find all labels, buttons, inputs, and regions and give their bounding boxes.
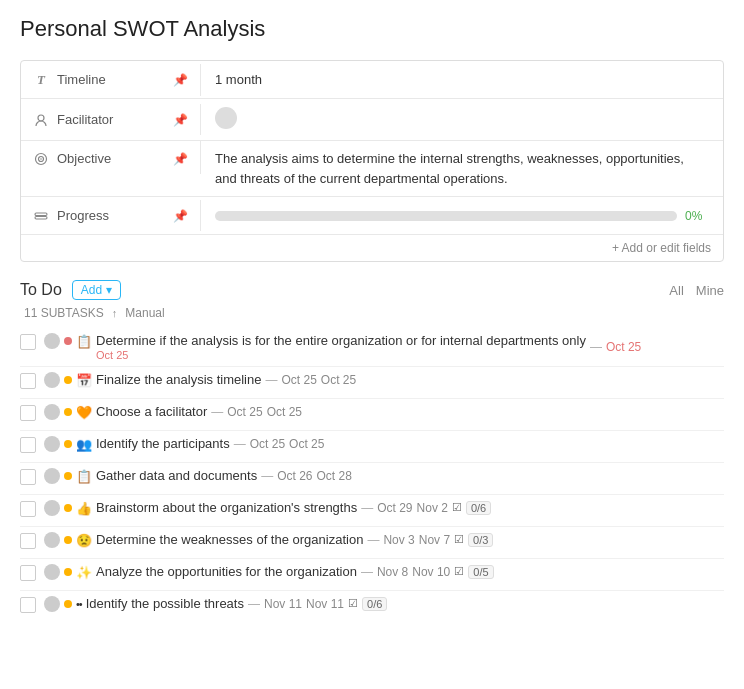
task-name[interactable]: Choose a facilitator — [96, 404, 207, 419]
task-emoji: ✨ — [76, 565, 92, 580]
task-date-end: Oct 25 — [321, 373, 356, 387]
task-icons: 👥 — [44, 436, 92, 452]
task-date-end: Nov 2 — [417, 501, 448, 515]
add-label: Add — [81, 283, 102, 297]
field-value-timeline[interactable]: 1 month — [201, 64, 723, 95]
task-checkbox[interactable] — [20, 501, 36, 517]
add-button[interactable]: Add ▾ — [72, 280, 121, 300]
task-row: 🧡 Choose a facilitator — Oct 25 Oct 25 — [20, 399, 724, 431]
task-avatar — [44, 333, 60, 349]
task-avatar — [44, 564, 60, 580]
subtask-badge: 0/3 — [468, 533, 493, 547]
task-date-below: Oct 25 — [96, 349, 586, 361]
task-avatar — [44, 372, 60, 388]
priority-dot — [64, 376, 72, 384]
task-emoji: 😟 — [76, 533, 92, 548]
add-edit-fields-button[interactable]: + Add or edit fields — [21, 235, 723, 261]
task-content: Identify the possible threats — Nov 11 N… — [86, 596, 724, 611]
task-emoji: 👥 — [76, 437, 92, 452]
task-date-end: Nov 11 — [306, 597, 344, 611]
task-checkbox[interactable] — [20, 373, 36, 389]
field-value-objective[interactable]: The analysis aims to determine the inter… — [201, 141, 723, 196]
filter-all[interactable]: All — [669, 283, 683, 298]
priority-dot — [64, 337, 72, 345]
subtask-badge-icon: ☑ — [452, 501, 462, 514]
svg-point-0 — [38, 115, 44, 121]
pin-icon-objective[interactable]: 📌 — [173, 152, 188, 166]
task-avatar — [44, 404, 60, 420]
pin-icon-timeline[interactable]: 📌 — [173, 73, 188, 87]
task-date-start: Oct 25 — [606, 340, 641, 354]
subtask-badge: 0/6 — [362, 597, 387, 611]
priority-dot — [64, 440, 72, 448]
priority-dot — [64, 568, 72, 576]
task-content: Gather data and documents — Oct 26 Oct 2… — [96, 468, 724, 483]
priority-dot — [64, 600, 72, 608]
task-name[interactable]: Finalize the analysis timeline — [96, 372, 261, 387]
field-value-progress[interactable]: 0% — [201, 201, 723, 231]
task-name[interactable]: Gather data and documents — [96, 468, 257, 483]
filter-mine[interactable]: Mine — [696, 283, 724, 298]
task-date-start: Oct 25 — [250, 437, 285, 451]
field-label-timeline: Timeline — [57, 72, 106, 87]
task-emoji: 📋 — [76, 334, 92, 349]
task-checkbox[interactable] — [20, 533, 36, 549]
task-date-start: Oct 25 — [227, 405, 262, 419]
task-name[interactable]: Analyze the opportunities for the organi… — [96, 564, 357, 579]
field-label-facilitator: Facilitator — [57, 112, 113, 127]
chevron-down-icon: ▾ — [106, 283, 112, 297]
priority-dot — [64, 504, 72, 512]
task-emoji: 🧡 — [76, 405, 92, 420]
progress-percentage: 0% — [685, 209, 709, 223]
task-content: Brainstorm about the organization's stre… — [96, 500, 724, 515]
subtasks-meta: 11 SUBTASKS ↑ Manual — [20, 306, 724, 320]
task-checkbox[interactable] — [20, 405, 36, 421]
task-list: 📋 Determine if the analysis is for the e… — [20, 328, 724, 623]
sort-arrow-icon[interactable]: ↑ — [112, 307, 118, 319]
task-date-start: Oct 26 — [277, 469, 312, 483]
field-label-cell-objective: Objective 📌 — [21, 141, 201, 174]
task-checkbox[interactable] — [20, 565, 36, 581]
svg-rect-5 — [35, 216, 47, 219]
field-row-objective: Objective 📌 The analysis aims to determi… — [21, 141, 723, 197]
task-date-start: Oct 25 — [281, 373, 316, 387]
task-row: 📅 Finalize the analysis timeline — Oct 2… — [20, 367, 724, 399]
task-name[interactable]: Brainstorm about the organization's stre… — [96, 500, 357, 515]
task-icons: 📅 — [44, 372, 92, 388]
progress-icon — [33, 209, 49, 223]
task-name[interactable]: Determine the weaknesses of the organiza… — [96, 532, 363, 547]
task-checkbox[interactable] — [20, 469, 36, 485]
task-checkbox[interactable] — [20, 334, 36, 350]
task-content: Choose a facilitator — Oct 25 Oct 25 — [96, 404, 724, 419]
task-emoji: 📋 — [76, 469, 92, 484]
field-row-progress: Progress 📌 0% — [21, 197, 723, 235]
field-label-objective: Objective — [57, 151, 111, 166]
task-icons: 📋 — [44, 468, 92, 484]
task-checkbox[interactable] — [20, 597, 36, 613]
subtask-badge-icon: ☑ — [454, 533, 464, 546]
svg-rect-4 — [35, 213, 47, 216]
all-mine-filter: All Mine — [669, 283, 724, 298]
task-name[interactable]: Identify the possible threats — [86, 596, 244, 611]
progress-bar-container: 0% — [215, 209, 709, 223]
task-name[interactable]: Identify the participants — [96, 436, 230, 451]
task-date-end: Nov 7 — [419, 533, 450, 547]
pin-icon-facilitator[interactable]: 📌 — [173, 113, 188, 127]
task-content: Determine if the analysis is for the ent… — [96, 333, 724, 361]
svg-point-3 — [40, 158, 42, 160]
timeline-icon: T — [33, 72, 49, 88]
task-date-end: Nov 10 — [412, 565, 450, 579]
task-date-start: Nov 11 — [264, 597, 302, 611]
task-avatar — [44, 500, 60, 516]
task-emoji: 📅 — [76, 373, 92, 388]
task-name[interactable]: Determine if the analysis is for the ent… — [96, 333, 586, 348]
task-date-start: Nov 3 — [383, 533, 414, 547]
task-checkbox[interactable] — [20, 437, 36, 453]
pin-icon-progress[interactable]: 📌 — [173, 209, 188, 223]
page-title: Personal SWOT Analysis — [20, 16, 724, 42]
field-label-progress: Progress — [57, 208, 109, 223]
task-icons: 😟 — [44, 532, 92, 548]
field-value-facilitator[interactable] — [201, 99, 723, 140]
subtask-badge-icon: ☑ — [454, 565, 464, 578]
task-row: 😟 Determine the weaknesses of the organi… — [20, 527, 724, 559]
